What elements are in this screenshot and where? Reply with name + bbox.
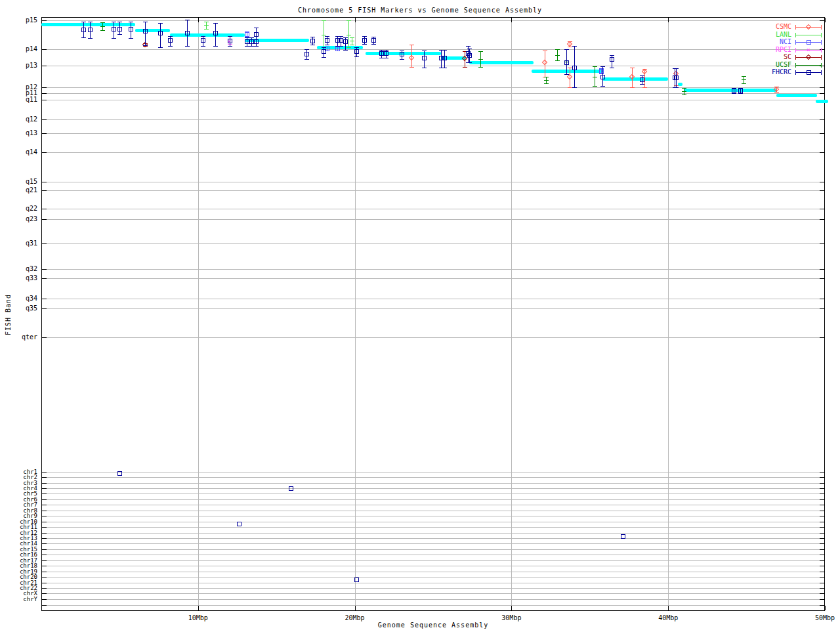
- error-bar-cap: [325, 36, 329, 37]
- bottom-tick: [511, 606, 512, 610]
- mbp-tick-label: 30Mbp: [492, 614, 531, 621]
- band-tick-label: q11: [1, 97, 37, 102]
- band-gridline: [42, 566, 824, 566]
- mbp-tick-label: 40Mbp: [648, 614, 688, 621]
- error-bar-cap: [168, 46, 173, 47]
- left-tick: [42, 20, 47, 21]
- band-gridline: [42, 533, 824, 534]
- marker-square: [674, 75, 679, 80]
- band-tick-label: q12: [1, 117, 37, 122]
- left-tick: [42, 299, 47, 299]
- error-bar-cap: [249, 46, 254, 47]
- marker-square: [354, 49, 359, 54]
- right-tick: [820, 555, 824, 555]
- right-tick: [820, 488, 824, 489]
- error-bar-cap: [201, 36, 205, 37]
- error-bar-cap: [304, 59, 309, 60]
- left-tick: [42, 538, 47, 539]
- top-tick: [198, 18, 199, 22]
- error-bar-cap: [185, 20, 190, 20]
- band-gridline: [42, 527, 824, 528]
- error-bar-cap: [350, 45, 354, 45]
- error-bar-cap: [564, 49, 569, 50]
- right-tick: [820, 599, 824, 600]
- band-tick-label: q21: [1, 188, 37, 193]
- bottom-tick: [355, 606, 356, 610]
- right-tick: [820, 583, 824, 583]
- band-gridline: [42, 588, 824, 589]
- legend-sample-cap: [821, 55, 822, 60]
- left-tick: [42, 278, 47, 279]
- error-bar-cap: [640, 84, 644, 85]
- error-bar: [348, 20, 349, 47]
- error-bar-cap: [245, 37, 249, 38]
- band-gridline: [42, 577, 824, 578]
- error-bar-cap: [410, 45, 414, 45]
- marker-square: [400, 52, 404, 56]
- top-tick: [825, 18, 826, 22]
- marker-square: [237, 522, 242, 526]
- error-bar: [145, 22, 146, 45]
- error-bar-cap: [129, 22, 133, 22]
- marker-tick: [346, 35, 351, 35]
- error-bar-cap: [204, 22, 209, 22]
- marker-square: [158, 31, 163, 35]
- marker-tick: [204, 25, 209, 26]
- band-tick-label: qter: [1, 335, 37, 340]
- band-gridline: [42, 190, 824, 191]
- left-tick: [42, 549, 47, 550]
- right-tick: [820, 278, 824, 279]
- left-tick: [42, 572, 47, 572]
- bottom-tick: [668, 606, 669, 610]
- marker-square: [304, 52, 309, 56]
- left-tick: [42, 87, 47, 88]
- left-tick: [42, 133, 47, 134]
- marker-tick: [807, 35, 811, 35]
- error-bar-cap: [544, 83, 549, 84]
- right-tick: [820, 566, 824, 566]
- band-tick-label: q33: [1, 276, 37, 281]
- band-gridline: [42, 472, 824, 472]
- error-bar-cap: [339, 36, 343, 37]
- right-tick: [820, 538, 824, 539]
- right-tick: [820, 511, 824, 511]
- mbp-tick-label: 20Mbp: [335, 614, 375, 621]
- assembly-line-segment: [135, 29, 170, 32]
- band-gridline: [42, 605, 824, 606]
- error-bar-cap: [682, 94, 686, 95]
- band-gridline: [42, 599, 824, 600]
- marker-square: [807, 40, 811, 45]
- right-tick: [820, 588, 824, 589]
- marker-square: [362, 38, 367, 43]
- error-bar-cap: [343, 50, 348, 51]
- error-bar-cap: [213, 23, 218, 24]
- legend-label-rpci: RPCI: [752, 47, 791, 53]
- legend-sample-cap: [795, 25, 796, 30]
- marker-tick: [544, 80, 549, 81]
- band-gridline: [42, 583, 824, 583]
- error-bar-cap: [304, 49, 309, 50]
- error-bar: [595, 66, 595, 86]
- band-gridline: [42, 477, 824, 478]
- marker-square: [738, 89, 743, 93]
- right-tick: [820, 593, 824, 594]
- left-tick: [42, 100, 47, 100]
- error-bar-cap: [564, 74, 569, 75]
- error-bar-cap: [774, 92, 779, 93]
- right-tick: [820, 549, 824, 550]
- error-bar-cap: [467, 62, 472, 63]
- assembly-line-segment: [684, 89, 776, 92]
- x-axis-label: Genome Sequence Assembly: [41, 621, 825, 629]
- left-tick: [42, 593, 47, 594]
- error-bar-cap: [254, 28, 259, 28]
- marker-square: [143, 29, 148, 33]
- band-gridline: [42, 209, 824, 209]
- right-tick: [820, 190, 824, 191]
- marker-square: [117, 471, 122, 476]
- right-tick: [820, 572, 824, 572]
- assembly-line-segment: [602, 77, 668, 81]
- left-tick: [42, 560, 47, 561]
- band-gridline: [42, 593, 824, 594]
- error-bar-cap: [88, 38, 93, 39]
- error-bar-cap: [568, 47, 572, 47]
